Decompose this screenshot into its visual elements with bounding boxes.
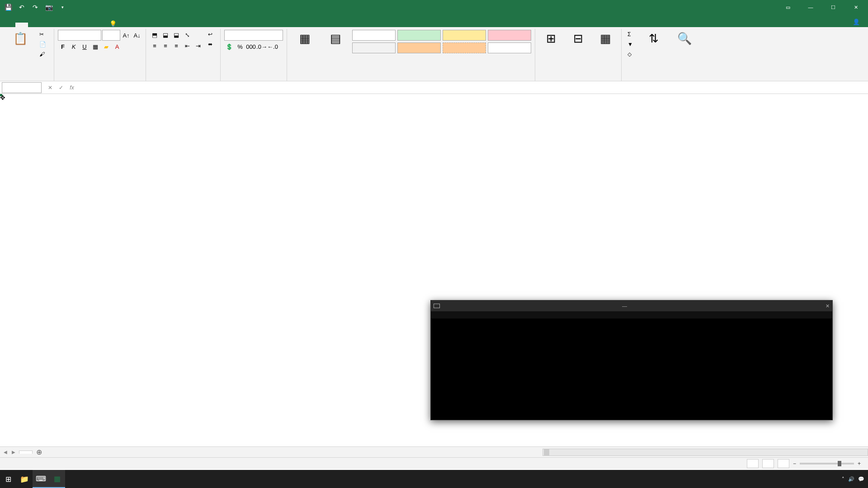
- paste-button[interactable]: 📋: [6, 30, 34, 48]
- on-screen-keyboard[interactable]: — ✕: [430, 300, 833, 420]
- tray-volume-icon[interactable]: 🔊: [848, 476, 854, 482]
- increase-indent-icon[interactable]: ⇥: [193, 41, 203, 51]
- maximize-icon[interactable]: ☐: [823, 1, 844, 14]
- taskbar-explorer-icon[interactable]: 📁: [16, 470, 33, 488]
- add-sheet-button[interactable]: ⊕: [33, 448, 46, 456]
- cell-style-ausgabe[interactable]: [352, 42, 396, 53]
- tab-insert[interactable]: [28, 23, 41, 27]
- zoom-in-icon[interactable]: +: [858, 460, 861, 467]
- enter-formula-icon[interactable]: ✓: [56, 83, 66, 93]
- number-format-select[interactable]: [224, 30, 283, 41]
- tab-formulas[interactable]: [53, 23, 66, 27]
- horizontal-scrollbar[interactable]: [542, 449, 868, 456]
- increase-decimal-icon[interactable]: .0→: [257, 42, 267, 52]
- formula-input[interactable]: [79, 82, 868, 93]
- copy-button[interactable]: 📄: [37, 40, 50, 49]
- cell-style-berechnung[interactable]: [397, 42, 441, 53]
- align-top-icon[interactable]: ⬒: [150, 30, 160, 40]
- zoom-out-icon[interactable]: −: [793, 460, 796, 467]
- group-cells: ⊞ ⊟ ▦: [535, 29, 622, 81]
- decrease-font-icon[interactable]: A↓: [132, 30, 142, 40]
- find-select-button[interactable]: 🔍: [670, 30, 698, 48]
- align-left-icon[interactable]: ≡: [150, 41, 160, 51]
- start-button[interactable]: ⊞: [0, 470, 16, 488]
- close-icon[interactable]: ✕: [845, 1, 866, 14]
- osk-titlebar[interactable]: — ✕: [431, 300, 832, 311]
- merge-center-button[interactable]: ⬌: [206, 40, 217, 49]
- sheet-nav-first-icon[interactable]: ◀: [2, 449, 9, 455]
- italic-button[interactable]: K: [69, 42, 79, 52]
- cell-style-eingabe[interactable]: [443, 42, 486, 53]
- orientation-icon[interactable]: ⤡: [182, 30, 192, 40]
- clear-button[interactable]: ◇: [625, 50, 637, 59]
- view-normal-icon[interactable]: [747, 459, 759, 468]
- cell-style-gut[interactable]: [397, 30, 441, 41]
- cell-style-standard[interactable]: [352, 30, 396, 41]
- decrease-indent-icon[interactable]: ⇤: [182, 41, 192, 51]
- align-middle-icon[interactable]: ⬓: [160, 30, 170, 40]
- align-right-icon[interactable]: ≡: [171, 41, 181, 51]
- tab-start[interactable]: [15, 23, 28, 27]
- fill-button[interactable]: ▼: [625, 40, 637, 49]
- cancel-formula-icon[interactable]: ✕: [45, 83, 55, 93]
- format-cells-button[interactable]: ▦: [593, 30, 618, 48]
- osk-minimize-icon[interactable]: —: [622, 303, 627, 309]
- underline-button[interactable]: U: [80, 42, 90, 52]
- view-page-layout-icon[interactable]: [762, 459, 774, 468]
- view-page-break-icon[interactable]: [778, 459, 789, 468]
- percent-icon[interactable]: %: [235, 42, 245, 52]
- autosum-button[interactable]: Σ: [625, 30, 637, 39]
- save-icon[interactable]: 💾: [2, 1, 14, 14]
- font-name-select[interactable]: [58, 30, 101, 41]
- fill-handle[interactable]: [0, 94, 2, 96]
- qat-dropdown-icon[interactable]: ▾: [56, 1, 69, 14]
- align-bottom-icon[interactable]: ⬓: [171, 30, 181, 40]
- thousands-icon[interactable]: 000: [246, 42, 256, 52]
- find-icon: 🔍: [677, 32, 692, 46]
- cell-style-erklaerender[interactable]: [488, 42, 531, 53]
- cell-style-neutral[interactable]: [443, 30, 486, 41]
- font-size-select[interactable]: [102, 30, 120, 41]
- tab-layout[interactable]: [41, 23, 53, 27]
- bold-button[interactable]: F: [58, 42, 68, 52]
- insert-cells-button[interactable]: ⊞: [539, 30, 563, 48]
- tray-chevron-icon[interactable]: ˄: [842, 476, 844, 482]
- increase-font-icon[interactable]: A↑: [121, 30, 131, 40]
- undo-icon[interactable]: ↶: [15, 1, 28, 14]
- currency-icon[interactable]: 💲: [224, 42, 234, 52]
- tab-file[interactable]: [3, 23, 15, 27]
- camera-icon[interactable]: 📷: [42, 1, 55, 14]
- fill-color-button[interactable]: ▰: [101, 42, 111, 52]
- align-center-icon[interactable]: ≡: [160, 41, 170, 51]
- border-button[interactable]: ▦: [90, 42, 100, 52]
- ribbon-options-icon[interactable]: ▭: [778, 1, 798, 14]
- delete-cells-icon: ⊟: [573, 32, 583, 46]
- taskbar-osk-icon[interactable]: ⌨: [33, 470, 49, 488]
- sheet-tab[interactable]: [19, 450, 33, 454]
- tab-data[interactable]: [66, 23, 79, 27]
- cut-button[interactable]: ✂: [37, 30, 50, 39]
- sheet-nav-last-icon[interactable]: ▶: [10, 449, 17, 455]
- name-box[interactable]: [2, 82, 42, 93]
- taskbar[interactable]: ⊞ 📁 ⌨ ▦ ˄ 🔊 💬: [0, 470, 868, 488]
- zoom-slider[interactable]: [800, 463, 854, 465]
- taskbar-excel-icon[interactable]: ▦: [49, 470, 65, 488]
- delete-cells-button[interactable]: ⊟: [566, 30, 590, 48]
- conditional-formatting-button[interactable]: ▦: [291, 30, 319, 48]
- format-painter-button[interactable]: 🖌: [37, 50, 50, 59]
- share-button[interactable]: 👤: [849, 17, 863, 27]
- tell-me-search[interactable]: 💡: [109, 20, 118, 27]
- font-color-button[interactable]: A: [112, 42, 122, 52]
- format-as-table-button[interactable]: ▤: [321, 30, 349, 48]
- sort-filter-button[interactable]: ⇅: [640, 30, 668, 48]
- minimize-icon[interactable]: —: [800, 1, 821, 14]
- tab-review[interactable]: [79, 23, 91, 27]
- tab-view[interactable]: [91, 23, 104, 27]
- osk-close-icon[interactable]: ✕: [826, 303, 830, 309]
- wrap-text-button[interactable]: ↩: [206, 30, 217, 39]
- decrease-decimal-icon[interactable]: ←.0: [268, 42, 278, 52]
- tray-action-center-icon[interactable]: 💬: [858, 476, 864, 482]
- fx-icon[interactable]: fx: [67, 83, 77, 93]
- cell-style-schlecht[interactable]: [488, 30, 531, 41]
- redo-icon[interactable]: ↷: [29, 1, 42, 14]
